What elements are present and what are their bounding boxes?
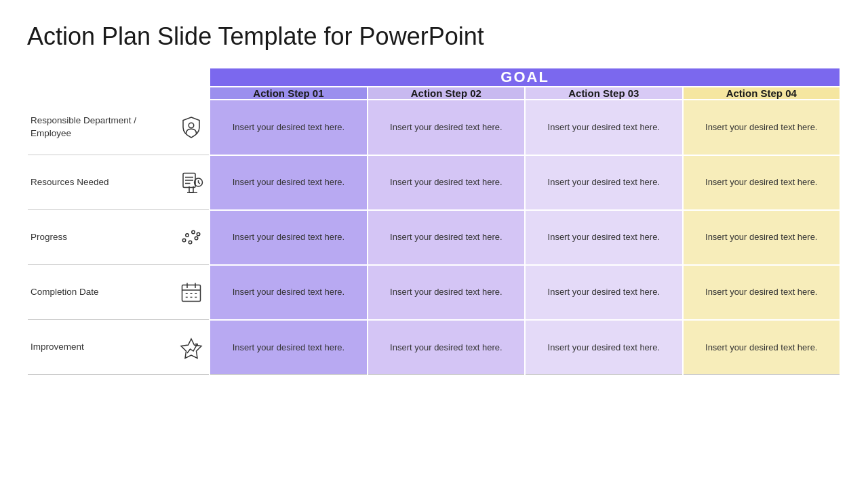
data-cell-r4-c3[interactable]: Insert your desired text here. bbox=[683, 320, 840, 375]
table-row: Responsible Department / Employee Insert… bbox=[28, 100, 840, 155]
data-cell-r2-c0[interactable]: Insert your desired text here. bbox=[210, 210, 367, 265]
data-cell-r2-c3[interactable]: Insert your desired text here. bbox=[683, 210, 840, 265]
table-wrapper: GOAL Action Step 01 Action Step 02 Actio… bbox=[27, 67, 841, 474]
goal-spacer bbox=[28, 68, 210, 87]
svg-point-11 bbox=[197, 232, 200, 236]
data-cell-r2-c2[interactable]: Insert your desired text here. bbox=[525, 210, 682, 265]
row-label-cell: Completion Date bbox=[28, 265, 210, 320]
goal-row: GOAL bbox=[28, 68, 840, 87]
page-title: Action Plan Slide Template for PowerPoin… bbox=[27, 22, 841, 51]
action-plan-table: GOAL Action Step 01 Action Step 02 Actio… bbox=[27, 67, 841, 375]
progress-icon bbox=[176, 222, 206, 252]
row-label-text: Responsible Department / Employee bbox=[31, 115, 171, 140]
improvement-icon bbox=[176, 332, 206, 362]
row-label-cell: Resources Needed bbox=[28, 155, 210, 210]
data-cell-r0-c2[interactable]: Insert your desired text here. bbox=[525, 100, 682, 155]
table-row: Progress Insert your desired text here.I… bbox=[28, 210, 840, 265]
row-label-text: Improvement bbox=[31, 341, 171, 354]
data-cell-r1-c2[interactable]: Insert your desired text here. bbox=[525, 155, 682, 210]
step-02-header: Action Step 02 bbox=[368, 87, 525, 100]
step-header-row: Action Step 01 Action Step 02 Action Ste… bbox=[28, 87, 840, 100]
row-label-text: Progress bbox=[31, 231, 171, 244]
data-cell-r0-c1[interactable]: Insert your desired text here. bbox=[368, 100, 525, 155]
data-cell-r4-c0[interactable]: Insert your desired text here. bbox=[210, 320, 367, 375]
data-cell-r1-c0[interactable]: Insert your desired text here. bbox=[210, 155, 367, 210]
step-spacer bbox=[28, 87, 210, 100]
data-cell-r2-c1[interactable]: Insert your desired text here. bbox=[368, 210, 525, 265]
data-cell-r4-c1[interactable]: Insert your desired text here. bbox=[368, 320, 525, 375]
table-row: Improvement Insert your desired text her… bbox=[28, 320, 840, 375]
calendar-icon bbox=[176, 277, 206, 307]
row-label-text: Completion Date bbox=[31, 286, 171, 299]
data-cell-r3-c0[interactable]: Insert your desired text here. bbox=[210, 265, 367, 320]
step-03-header: Action Step 03 bbox=[525, 87, 682, 100]
goal-cell: GOAL bbox=[210, 68, 840, 87]
svg-point-0 bbox=[189, 123, 194, 128]
row-label-cell: Responsible Department / Employee bbox=[28, 100, 210, 155]
step-04-header: Action Step 04 bbox=[683, 87, 840, 100]
svg-point-6 bbox=[186, 234, 189, 237]
table-row: Resources Needed Insert your desired tex… bbox=[28, 155, 840, 210]
data-cell-r0-c0[interactable]: Insert your desired text here. bbox=[210, 100, 367, 155]
svg-point-9 bbox=[189, 241, 192, 244]
svg-point-7 bbox=[192, 230, 195, 234]
table-row: Completion Date Insert your desired text… bbox=[28, 265, 840, 320]
row-label-text: Resources Needed bbox=[31, 176, 171, 189]
data-cell-r3-c1[interactable]: Insert your desired text here. bbox=[368, 265, 525, 320]
data-cell-r3-c3[interactable]: Insert your desired text here. bbox=[683, 265, 840, 320]
svg-point-10 bbox=[195, 237, 198, 240]
row-label-cell: Improvement bbox=[28, 320, 210, 375]
data-cell-r1-c1[interactable]: Insert your desired text here. bbox=[368, 155, 525, 210]
data-cell-r4-c2[interactable]: Insert your desired text here. bbox=[525, 320, 682, 375]
data-cell-r3-c2[interactable]: Insert your desired text here. bbox=[525, 265, 682, 320]
shield-person-icon bbox=[176, 113, 206, 142]
svg-point-8 bbox=[182, 239, 186, 242]
row-label-cell: Progress bbox=[28, 210, 210, 265]
data-cell-r1-c3[interactable]: Insert your desired text here. bbox=[683, 155, 840, 210]
page: Action Plan Slide Template for PowerPoin… bbox=[0, 0, 868, 488]
svg-marker-22 bbox=[181, 339, 201, 359]
resources-icon bbox=[176, 167, 206, 197]
step-01-header: Action Step 01 bbox=[210, 87, 367, 100]
data-cell-r0-c3[interactable]: Insert your desired text here. bbox=[683, 100, 840, 155]
